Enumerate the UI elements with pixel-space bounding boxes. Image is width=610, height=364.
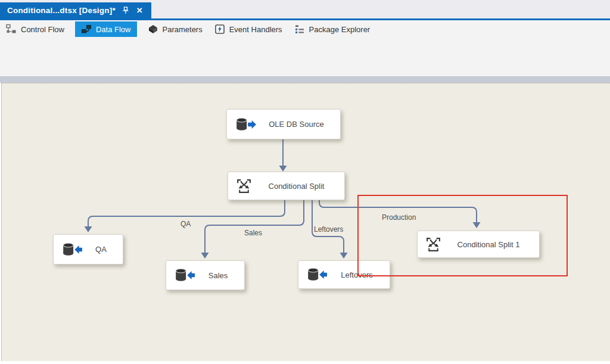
- node-label: Conditional Split 1: [441, 240, 539, 249]
- node-label: OLE DB Source: [256, 120, 340, 129]
- conditional-split-icon: [425, 237, 441, 253]
- tab-control-flow[interactable]: Control Flow: [5, 21, 66, 37]
- node-leftovers-destination[interactable]: Leftovers: [298, 260, 390, 289]
- toolbar-item-label: Control Flow: [21, 25, 64, 34]
- node-conditional-split[interactable]: Conditional Split: [228, 172, 345, 200]
- document-tab-title: Conditional...dtsx [Design]*: [7, 6, 116, 15]
- document-tab[interactable]: Conditional...dtsx [Design]* ✕: [0, 2, 151, 18]
- edge-label-leftovers: Leftovers: [314, 225, 343, 234]
- task-row: Data Flow Task: Data Flow Task: [0, 38, 610, 76]
- parameters-icon: [148, 24, 158, 35]
- toolbar-item-label: Data Flow: [96, 25, 131, 34]
- node-label: Leftovers: [328, 270, 390, 279]
- node-label: QA: [83, 245, 123, 254]
- control-flow-icon: [6, 24, 17, 35]
- edge-label-production: Production: [382, 213, 416, 222]
- pin-icon[interactable]: [122, 7, 129, 14]
- toolbar-item-label: Parameters: [163, 25, 203, 34]
- data-flow-icon: [81, 24, 92, 35]
- node-label: Sales: [195, 271, 244, 280]
- database-destination-icon: [306, 267, 328, 282]
- event-handlers-icon: [214, 24, 225, 35]
- tab-event-handlers[interactable]: Event Handlers: [213, 21, 284, 37]
- tab-data-flow[interactable]: Data Flow: [75, 21, 137, 37]
- edge-label-qa: QA: [180, 220, 191, 228]
- close-icon[interactable]: ✕: [135, 6, 144, 15]
- node-conditional-split-1[interactable]: Conditional Split 1: [417, 231, 540, 258]
- node-label: Conditional Split: [252, 182, 344, 191]
- edge-label-sales: Sales: [244, 229, 262, 237]
- toolbar-item-label: Package Explorer: [309, 25, 371, 34]
- database-destination-icon: [174, 267, 195, 283]
- package-explorer-icon: [294, 24, 305, 35]
- tab-parameters[interactable]: Parameters: [147, 21, 204, 37]
- toolbar-item-label: Event Handlers: [229, 25, 282, 34]
- node-sales-destination[interactable]: Sales: [166, 260, 245, 290]
- tab-strip: Conditional...dtsx [Design]* ✕: [0, 0, 610, 18]
- node-ole-db-source[interactable]: OLE DB Source: [226, 109, 341, 139]
- node-qa-destination[interactable]: QA: [53, 234, 123, 265]
- conditional-split-icon: [236, 178, 252, 194]
- database-source-icon: [235, 117, 256, 132]
- separator-band: [0, 76, 610, 83]
- tab-package-explorer[interactable]: Package Explorer: [293, 21, 372, 37]
- designer-toolbar: Control Flow Data Flow Parameters: [0, 20, 610, 38]
- database-destination-icon: [61, 242, 83, 257]
